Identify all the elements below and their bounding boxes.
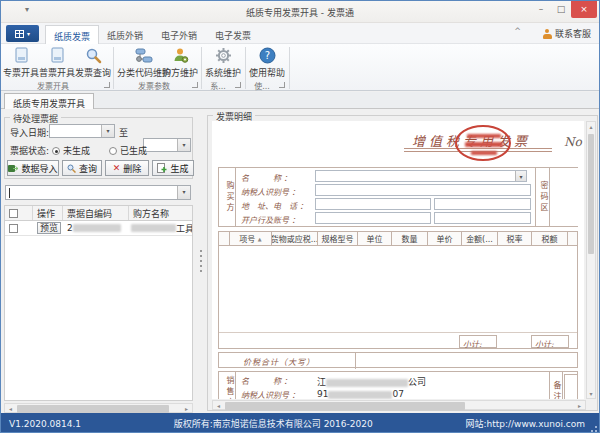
resize-grip-icon[interactable]	[591, 426, 597, 432]
invoice-preview: 增值税专用发票 No 购买方 名 称 ： ▾ 纳税人识别号 ： 地 址、电 话 …	[212, 121, 584, 399]
preview-button[interactable]: 预览	[37, 222, 61, 234]
scroll-left-icon[interactable]: ◂	[213, 401, 224, 409]
seller-taxid-label: 纳税人识别号 ：	[241, 389, 300, 399]
redacted-text	[73, 224, 121, 232]
col-bill-code[interactable]: 票据自编码	[63, 206, 129, 220]
help-button[interactable]: ? 使用帮助	[248, 45, 286, 79]
gear-icon	[213, 46, 233, 65]
tab-electronic-invoice[interactable]: 电子发票	[207, 25, 259, 44]
buyer-side-label: 购买方	[219, 168, 236, 226]
checkbox-icon[interactable]	[9, 224, 18, 233]
buyer-account-input[interactable]	[434, 212, 531, 224]
minimize-button[interactable]: –	[531, 1, 551, 18]
buyer-name-cell: 工具	[129, 221, 193, 235]
amount-subtotal-box: 小计:	[459, 335, 497, 348]
app-grid-icon	[15, 30, 24, 38]
scroll-left-icon[interactable]: ◂	[5, 404, 16, 412]
scroll-right-icon[interactable]: ▸	[181, 404, 192, 412]
items-footer-row: 小计: 小计:	[219, 332, 577, 350]
invoice-vscrollbar[interactable]: ▴ ▾	[586, 121, 596, 399]
buyer-bank-label: 开户行及账号 ：	[241, 214, 300, 225]
data-import-button[interactable]: 数据导入	[7, 160, 59, 176]
system-maintain-button[interactable]: 系统维护	[204, 45, 242, 79]
window-title: 纸质专用发票开具 - 发票通	[1, 6, 599, 19]
checkbox-icon[interactable]	[9, 209, 18, 218]
dialog-launcher-icon[interactable]	[279, 82, 285, 88]
scroll-down-icon[interactable]: ▾	[587, 390, 595, 397]
close-button[interactable]: ×	[571, 1, 597, 18]
support-person-icon	[543, 29, 552, 39]
tab-paper-export[interactable]: 纸质外销	[99, 25, 151, 44]
generate-button[interactable]: 生成	[152, 160, 194, 176]
import-date-from-combobox[interactable]: ▾	[49, 124, 115, 138]
version-label: V1.2020.0814.1	[9, 419, 81, 429]
chevron-down-icon[interactable]: ▾	[177, 186, 190, 199]
items-col-goods[interactable]: 货物或应税...	[271, 232, 317, 245]
select-all-cell[interactable]	[5, 206, 33, 220]
password-area-side-label: 密码区	[535, 168, 550, 226]
col-operation[interactable]: 操作	[33, 206, 63, 220]
panel-splitter[interactable]	[197, 109, 204, 413]
items-col-price[interactable]: 单价	[427, 232, 461, 245]
items-header-row: 项号 ▲ 货物或应税... 规格型号 单位 数量 单价 金额(... 税率 税额	[219, 232, 577, 246]
buyer-name-combobox[interactable]: ▾	[315, 170, 527, 182]
items-col-taxamount[interactable]: 税额	[531, 232, 567, 245]
left-panel-hscrollbar[interactable]: ◂ ▸	[4, 403, 193, 413]
items-col-amount[interactable]: 金额(...	[461, 232, 497, 245]
tab-paper-invoice[interactable]: 纸质发票	[45, 25, 99, 44]
items-col-taxrate[interactable]: 税率	[497, 232, 531, 245]
bill-status-label: 票据状态:	[10, 144, 49, 157]
items-col-qty[interactable]: 数量	[391, 232, 427, 245]
bill-filter-combobox[interactable]: ▾	[5, 185, 191, 200]
scrollbar-thumb[interactable]	[17, 405, 169, 413]
special-invoice-issue-button[interactable]: 专票开具	[3, 45, 39, 79]
chevron-down-icon[interactable]: ▾	[515, 171, 526, 181]
seller-name-value: 江公司	[317, 375, 426, 388]
scrollbar-thumb[interactable]	[588, 134, 594, 254]
tab-paper-special-invoice-issue[interactable]: 纸质专用发票开具	[4, 93, 94, 109]
invoice-query-button[interactable]: 发票查询	[75, 45, 111, 79]
group-label-invoice-params: 发票参数	[115, 80, 193, 91]
radio-generated[interactable]: 已生成	[109, 144, 147, 157]
buyer-address-input[interactable]	[315, 198, 431, 210]
app-menu-button[interactable]: ▾	[6, 25, 39, 42]
chevron-down-icon: ▾	[27, 30, 30, 37]
redacted-text	[328, 391, 392, 399]
dialog-launcher-icon[interactable]	[192, 82, 198, 88]
invoice-hscrollbar[interactable]: ◂ ▸	[212, 400, 586, 410]
buyer-phone-input[interactable]	[434, 198, 531, 210]
dialog-launcher-icon[interactable]	[235, 82, 241, 88]
delete-button[interactable]: ✕ 删除	[105, 160, 149, 176]
import-date-to-combobox[interactable]: ▾	[143, 138, 191, 152]
chevron-down-icon[interactable]: ▾	[177, 139, 190, 151]
preview-button-cell: 预览	[33, 221, 63, 235]
buyer-taxid-label: 纳税人识别号 ：	[241, 186, 300, 197]
redacted-text	[326, 379, 408, 387]
radio-not-generated[interactable]: 未生成	[52, 144, 90, 157]
col-buyer-name[interactable]: 购方名称	[129, 206, 193, 220]
tab-electronic-export[interactable]: 电子外销	[153, 25, 205, 44]
collapse-ribbon-icon[interactable]: ^	[514, 27, 521, 36]
scroll-up-icon[interactable]: ▴	[587, 123, 595, 130]
table-row[interactable]: 预览 2 工具	[5, 221, 192, 236]
buyer-bank-input[interactable]	[315, 212, 431, 224]
general-invoice-issue-button[interactable]: 普票开具	[39, 45, 75, 79]
contact-support-button[interactable]: 联系客服	[543, 27, 591, 40]
items-empty-body	[219, 246, 577, 332]
row-checkbox-cell[interactable]	[5, 221, 33, 235]
buyer-section: 购买方 名 称 ： ▾ 纳税人识别号 ： 地 址、电 话 ： 开户行及账号 ： …	[218, 167, 578, 227]
items-col-spec[interactable]: 规格型号	[317, 232, 357, 245]
buyer-taxid-input[interactable]	[315, 184, 531, 196]
items-col-extra	[567, 232, 579, 245]
scrollbar-thumb[interactable]	[225, 402, 465, 410]
items-col-itemno[interactable]: 项号 ▲	[229, 232, 271, 245]
dialog-launcher-icon[interactable]	[104, 82, 110, 88]
scroll-right-icon[interactable]: ▸	[574, 401, 585, 409]
query-button[interactable]: 查询	[62, 160, 102, 176]
chevron-down-icon[interactable]: ▾	[101, 125, 114, 137]
items-col-unit[interactable]: 单位	[357, 232, 391, 245]
buyer-maintain-button[interactable]: 购方维护	[161, 45, 199, 79]
password-area-box	[551, 168, 579, 226]
maximize-button[interactable]: □	[551, 1, 571, 18]
svg-text:?: ?	[264, 50, 269, 61]
